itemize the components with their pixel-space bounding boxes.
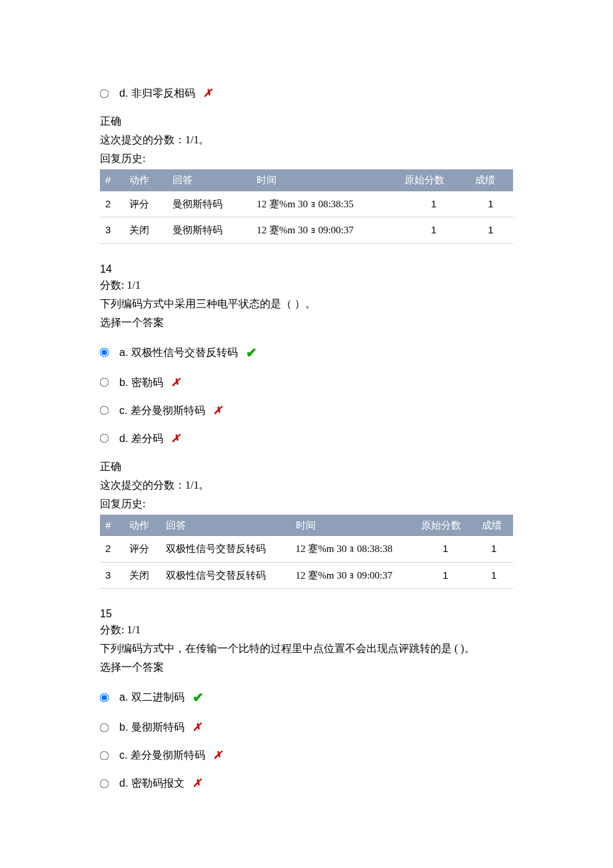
q14-prompt: 下列编码方式中采用三种电平状态的是（ ）。 [100, 296, 513, 312]
q14-a-prefix: a. [119, 347, 131, 358]
th-time: 时间 [251, 169, 399, 191]
cell-time: 12 蹇%m 30 ｮ 08:38:35 [251, 191, 399, 217]
q15-option-a: a. 双二进制码 ✔ [100, 687, 513, 707]
q14-option-d: d. 差分码 ✗ [100, 431, 513, 447]
cell-num: 2 [100, 536, 124, 562]
q14-a-text: 双极性信号交替反转码 [131, 347, 238, 358]
th-num: # [100, 169, 124, 191]
q14-radio-d[interactable] [100, 434, 109, 443]
th-time: 时间 [291, 515, 416, 537]
q14-b-text: 密勒码 [131, 377, 163, 388]
x-icon: ✗ [213, 403, 222, 419]
q14-number: 14 [100, 261, 513, 277]
q14-score: 分数: 1/1 [100, 279, 141, 291]
q15-option-b: b. 曼彻斯特码 ✗ [100, 719, 513, 735]
q15-prompt: 下列编码方式中，在传输一个比特的过程里中点位置不会出现点评跳转的是 ( )。 [100, 641, 513, 657]
table-row: 2 评分 曼彻斯特码 12 蹇%m 30 ｮ 08:38:35 1 1 [100, 191, 513, 217]
q15-c-text: 差分曼彻斯特码 [131, 749, 205, 761]
q15-d-text: 密勒码报文 [131, 777, 185, 789]
prev-history-label: 回复历史: [100, 151, 513, 167]
cell-grade: 1 [470, 217, 513, 244]
cell-raw: 1 [416, 562, 476, 589]
table-row: 3 关闭 双极性信号交替反转码 12 蹇%m 30 ｮ 09:00:37 1 1 [100, 562, 513, 589]
q14-option-c: c. 差分曼彻斯特码 ✗ [100, 403, 513, 419]
q14-radio-c[interactable] [100, 406, 109, 415]
x-icon: ✗ [193, 775, 201, 791]
th-num: # [100, 515, 124, 537]
q15-radio-b[interactable] [100, 723, 109, 732]
q14-c-text: 差分曼彻斯特码 [131, 405, 205, 416]
cell-raw: 1 [399, 217, 470, 244]
q15-radio-c[interactable] [100, 751, 109, 760]
cell-action: 评分 [124, 191, 167, 217]
x-icon: ✗ [171, 431, 180, 447]
q15-c-prefix: c. [119, 749, 131, 761]
q15-b-text: 曼彻斯特码 [131, 721, 185, 733]
cell-raw: 1 [399, 191, 470, 217]
table-header-row: # 动作 回答 时间 原始分数 成绩 [100, 515, 513, 537]
cell-num: 2 [100, 191, 124, 217]
q15-number: 15 [100, 606, 513, 622]
q15-option-d: d. 密勒码报文 ✗ [100, 775, 513, 791]
q14-radio-a[interactable] [100, 348, 109, 357]
x-icon: ✗ [203, 85, 212, 101]
cell-answer: 曼彻斯特码 [167, 217, 251, 244]
cell-answer: 双极性信号交替反转码 [161, 562, 290, 589]
cell-time: 12 蹇%m 30 ｮ 09:00:37 [291, 562, 416, 589]
q14-choose: 选择一个答案 [100, 315, 513, 331]
q15-radio-d[interactable] [100, 779, 109, 788]
cell-raw: 1 [416, 536, 476, 562]
cell-action: 评分 [124, 536, 161, 562]
prev-history-table: # 动作 回答 时间 原始分数 成绩 2 评分 曼彻斯特码 12 蹇%m 30 … [100, 169, 513, 244]
table-row: 3 关闭 曼彻斯特码 12 蹇%m 30 ｮ 09:00:37 1 1 [100, 217, 513, 244]
prev-correct-label: 正确 [100, 113, 513, 129]
q14-radio-b[interactable] [100, 378, 109, 387]
x-icon: ✗ [193, 719, 201, 735]
q14-history-label: 回复历史: [100, 496, 513, 512]
th-action: 动作 [124, 515, 161, 537]
q14-d-text: 差分码 [131, 433, 163, 444]
cell-action: 关闭 [124, 562, 161, 589]
q15-d-prefix: d. [119, 777, 131, 789]
th-grade: 成绩 [470, 169, 513, 191]
th-answer: 回答 [161, 515, 290, 537]
check-icon: ✔ [193, 687, 204, 707]
q15-b-prefix: b. [119, 721, 131, 733]
q15-radio-a[interactable] [100, 693, 109, 702]
th-raw: 原始分数 [399, 169, 470, 191]
check-icon: ✔ [246, 343, 257, 363]
cell-action: 关闭 [124, 217, 167, 244]
q14-d-prefix: d. [119, 433, 131, 444]
th-grade: 成绩 [476, 515, 513, 537]
q14-option-a: a. 双极性信号交替反转码 ✔ [100, 343, 513, 363]
q15-option-c: c. 差分曼彻斯特码 ✗ [100, 747, 513, 763]
q14-option-b: b. 密勒码 ✗ [100, 375, 513, 391]
q14-c-prefix: c. [119, 405, 131, 416]
cell-grade: 1 [470, 191, 513, 217]
q15-score: 分数: 1/1 [100, 624, 141, 635]
cell-time: 12 蹇%m 30 ｮ 08:38:38 [291, 536, 416, 562]
q15-a-text: 双二进制码 [131, 691, 185, 703]
cell-grade: 1 [476, 562, 513, 589]
q15-choose: 选择一个答案 [100, 659, 513, 675]
prev-option-d: d. 非归零反相码 ✗ [100, 85, 513, 101]
prev-option-d-text: 非归零反相码 [131, 87, 195, 99]
th-answer: 回答 [167, 169, 251, 191]
q14-score-line: 这次提交的分数：1/1。 [100, 477, 513, 493]
prev-option-d-radio[interactable] [100, 89, 109, 98]
q14-history-table: # 动作 回答 时间 原始分数 成绩 2 评分 双极性信号交替反转码 12 蹇%… [100, 515, 513, 589]
x-icon: ✗ [213, 747, 222, 763]
prev-option-d-prefix: d. [119, 87, 131, 99]
table-header-row: # 动作 回答 时间 原始分数 成绩 [100, 169, 513, 191]
q15-a-prefix: a. [119, 691, 131, 703]
cell-num: 3 [100, 217, 124, 244]
cell-num: 3 [100, 562, 124, 589]
table-row: 2 评分 双极性信号交替反转码 12 蹇%m 30 ｮ 08:38:38 1 1 [100, 536, 513, 562]
cell-time: 12 蹇%m 30 ｮ 09:00:37 [251, 217, 399, 244]
x-icon: ✗ [171, 375, 180, 391]
cell-grade: 1 [476, 536, 513, 562]
q14-b-prefix: b. [119, 377, 131, 388]
cell-answer: 曼彻斯特码 [167, 191, 251, 217]
th-action: 动作 [124, 169, 167, 191]
cell-answer: 双极性信号交替反转码 [161, 536, 290, 562]
